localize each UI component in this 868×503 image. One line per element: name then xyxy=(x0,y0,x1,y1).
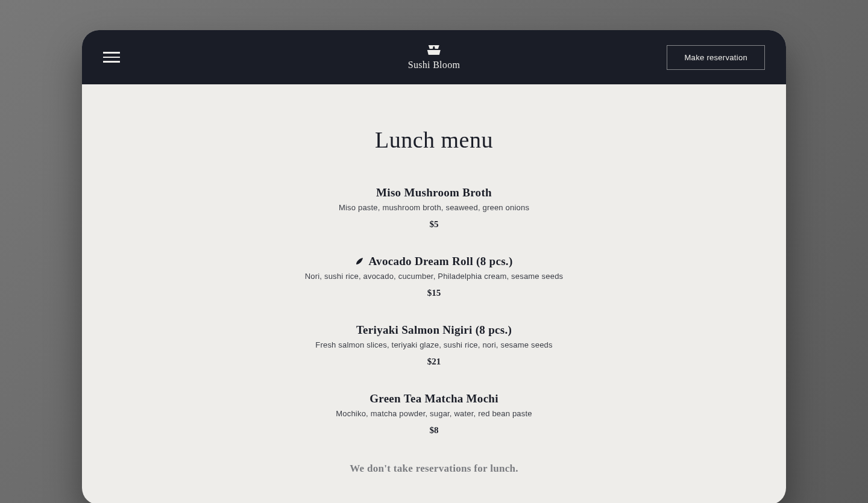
hamburger-line xyxy=(103,57,120,58)
item-title-row: Green Tea Matcha Mochi xyxy=(370,392,498,405)
menu-list: Miso Mushroom Broth Miso paste, mushroom… xyxy=(223,186,645,436)
content-area: Lunch menu Miso Mushroom Broth Miso past… xyxy=(82,84,786,503)
leaf-icon xyxy=(355,257,363,266)
header: Sushi Bloom Make reservation xyxy=(82,30,786,84)
item-price: $21 xyxy=(427,357,441,367)
item-title: Teriyaki Salmon Nigiri (8 pcs.) xyxy=(356,323,512,337)
item-title-row: Teriyaki Salmon Nigiri (8 pcs.) xyxy=(356,323,512,337)
item-title: Miso Mushroom Broth xyxy=(376,186,492,199)
page-title: Lunch menu xyxy=(106,127,762,153)
make-reservation-button[interactable]: Make reservation xyxy=(667,45,765,70)
item-title: Avocado Dream Roll (8 pcs.) xyxy=(368,255,512,268)
menu-item: Teriyaki Salmon Nigiri (8 pcs.) Fresh sa… xyxy=(223,323,645,367)
item-description: Nori, sushi rice, avocado, cucumber, Phi… xyxy=(305,272,564,281)
item-price: $5 xyxy=(430,219,439,230)
item-description: Miso paste, mushroom broth, seaweed, gre… xyxy=(339,203,529,212)
item-title: Green Tea Matcha Mochi xyxy=(370,392,498,405)
menu-item: Miso Mushroom Broth Miso paste, mushroom… xyxy=(223,186,645,230)
item-description: Mochiko, matcha powder, sugar, water, re… xyxy=(336,409,532,418)
brand-name: Sushi Bloom xyxy=(408,60,460,70)
item-title-row: Avocado Dream Roll (8 pcs.) xyxy=(355,255,512,268)
menu-item: Green Tea Matcha Mochi Mochiko, matcha p… xyxy=(223,392,645,436)
menu-item: Avocado Dream Roll (8 pcs.) Nori, sushi … xyxy=(223,255,645,298)
hamburger-line xyxy=(103,52,120,54)
item-description: Fresh salmon slices, teriyaki glaze, sus… xyxy=(315,340,552,349)
sushi-logo-icon xyxy=(426,44,442,56)
logo[interactable]: Sushi Bloom xyxy=(408,44,460,70)
menu-button[interactable] xyxy=(103,52,120,63)
hamburger-line xyxy=(103,61,120,63)
item-price: $15 xyxy=(427,288,441,298)
footer-note: We don't take reservations for lunch. xyxy=(106,463,762,475)
app-window: Sushi Bloom Make reservation Lunch menu … xyxy=(82,30,786,503)
item-title-row: Miso Mushroom Broth xyxy=(376,186,492,199)
item-price: $8 xyxy=(430,425,439,436)
